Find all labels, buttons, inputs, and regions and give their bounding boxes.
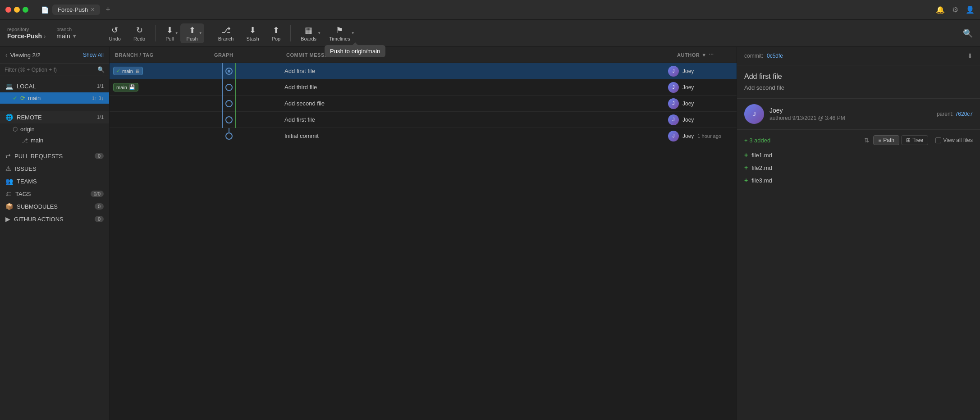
list-item[interactable]: + file1.md <box>737 149 980 161</box>
user-avatar-icon[interactable]: 👤 <box>966 5 975 14</box>
table-row[interactable]: Add second file J Joey <box>110 96 737 112</box>
download-icon[interactable]: ⬇ <box>967 52 973 59</box>
main-branch-sync-icon: ⟳ <box>20 95 25 101</box>
notifications-icon[interactable]: 🔔 <box>936 5 945 14</box>
undo-button[interactable]: ↺ Undo <box>103 23 127 43</box>
commit-message-3: Add second file <box>281 100 664 107</box>
author-big-name: Joey <box>769 107 931 114</box>
commit-message-1: Add first file <box>281 68 664 74</box>
graph-cell-2 <box>209 79 281 96</box>
issues-section[interactable]: ⚠ ISSUES <box>0 162 109 175</box>
avatar: J <box>668 66 679 77</box>
sidebar-item-main-branch[interactable]: ✓ ⟳ main 1↑ 3↓ <box>0 92 109 104</box>
filter-input[interactable] <box>5 67 95 73</box>
tab-label: Force-Push <box>58 6 88 13</box>
repo-name[interactable]: Force-Push <box>7 32 42 40</box>
author-options-icon[interactable]: ⋯ <box>709 52 714 58</box>
branch-dropdown-icon[interactable]: ▼ <box>72 33 77 39</box>
avatar-img: J <box>668 98 679 109</box>
issues-icon: ⚠ <box>5 165 11 172</box>
issues-label: ISSUES <box>15 165 104 172</box>
path-view-button[interactable]: ≡ Path <box>873 135 899 145</box>
teams-section[interactable]: 👥 TEAMS <box>0 175 109 187</box>
push-button[interactable]: ⬆ Push ▼ <box>180 23 204 43</box>
timelines-button[interactable]: ⚑ Timelines ▼ <box>323 23 357 43</box>
boards-icon: ▦ <box>305 25 312 35</box>
minimize-button[interactable] <box>14 7 20 13</box>
commit-subtitle: Add second file <box>737 84 980 98</box>
teams-icon: 👥 <box>5 178 13 185</box>
avatar-img: J <box>668 131 679 142</box>
sort-icon[interactable]: ⇅ <box>864 137 870 144</box>
redo-button[interactable]: ↻ Redo <box>127 23 151 43</box>
pop-button[interactable]: ⬆ Pop <box>266 23 287 43</box>
stash-icon: ⬇ <box>249 25 256 35</box>
author-name-4: Joey <box>682 117 694 123</box>
push-icon: ⬆ <box>189 25 196 35</box>
avatar: J <box>668 82 679 93</box>
repo-label: repository <box>7 27 46 32</box>
back-icon[interactable]: ‹ <box>5 51 8 59</box>
view-toggle: ≡ Path ⊞ Tree <box>873 135 928 145</box>
view-all-checkbox[interactable] <box>935 137 941 143</box>
svg-point-9 <box>226 100 232 107</box>
author-name-2: Joey <box>682 84 694 91</box>
search-icon[interactable]: 🔍 <box>963 28 973 38</box>
teams-label: TEAMS <box>17 178 104 185</box>
remote-branch-icon: ⎇ <box>22 137 28 144</box>
pop-icon: ⬆ <box>273 25 279 35</box>
author-filter-icon[interactable]: ▼ <box>701 52 706 58</box>
remote-icon: 🌐 <box>5 114 13 121</box>
list-item[interactable]: + file2.md <box>737 161 980 174</box>
graph-cell-1 <box>209 63 281 79</box>
active-tab[interactable]: Force-Push ✕ <box>52 5 100 15</box>
table-row[interactable]: ✓ main 🖥 Add first file <box>110 63 737 79</box>
stash-button[interactable]: ⬇ Stash <box>240 23 265 43</box>
tab-close-button[interactable]: ✕ <box>91 7 95 13</box>
add-tab-button[interactable]: + <box>105 5 110 14</box>
commit-list-header: BRANCH / TAG GRAPH COMMIT MESSAGE AUTHOR… <box>110 47 737 63</box>
view-all-files-toggle[interactable]: View all files <box>935 137 973 143</box>
author-name-1: Joey <box>682 68 694 74</box>
tags-section[interactable]: 🏷 TAGS 0/0 <box>0 187 109 200</box>
branch-info: branch main ▼ <box>56 27 77 40</box>
github-actions-section[interactable]: ▶ GITHUB ACTIONS 0 <box>0 213 109 225</box>
commit-hash-label: commit: <box>744 53 763 59</box>
table-row[interactable]: main 💾 Add third file J Joe <box>110 79 737 96</box>
commit-message-2: Add third file <box>281 84 664 91</box>
push-label: Push <box>187 36 198 41</box>
author-avatar: J <box>744 104 764 124</box>
branch-icon: ⎇ <box>221 25 231 35</box>
traffic-lights <box>5 7 28 13</box>
svg-point-14 <box>226 133 232 139</box>
show-all-button[interactable]: Show All <box>83 52 104 58</box>
boards-button[interactable]: ▦ Boards ▼ <box>294 23 323 43</box>
close-button[interactable] <box>5 7 11 13</box>
avatar-img: J <box>668 66 679 77</box>
settings-icon[interactable]: ⚙ <box>952 5 958 14</box>
maximize-button[interactable] <box>23 7 28 13</box>
author-cell-2: J Joey <box>664 82 737 93</box>
local-section-header[interactable]: 💻 LOCAL 1/1 <box>0 80 109 92</box>
remote-main-branch[interactable]: ⎇ main <box>0 135 109 146</box>
remote-section-header[interactable]: 🌐 REMOTE 1/1 <box>0 111 109 123</box>
tab-file-icon: 📄 <box>41 6 49 14</box>
list-item[interactable]: + file3.md <box>737 174 980 187</box>
pull-label: Pull <box>165 36 174 41</box>
pull-button[interactable]: ⬇ Pull ▼ <box>159 23 180 43</box>
branch-button[interactable]: ⎇ Branch <box>212 23 240 43</box>
remote-count-badge: 1/1 <box>97 114 104 120</box>
filter-search-icon: 🔍 <box>97 66 105 73</box>
table-row[interactable]: Add first file J Joey <box>110 112 737 128</box>
pull-requests-section[interactable]: ⇄ PULL REQUESTS 0 <box>0 150 109 162</box>
parent-label: parent: <box>937 111 953 117</box>
submodules-section[interactable]: 📦 SUBMODULES 0 <box>0 200 109 213</box>
tree-view-button[interactable]: ⊞ Tree <box>901 135 928 145</box>
redo-label: Redo <box>133 36 145 41</box>
graph-cell-5 <box>209 128 281 144</box>
tree-icon: ⊞ <box>906 137 911 143</box>
col-author: AUTHOR ▼ ⋯ <box>677 52 731 58</box>
branch-label2: Branch <box>218 36 234 41</box>
commit-header: commit: 0c5dfe ⬇ <box>737 47 980 65</box>
table-row[interactable]: Initial commit J Joey 1 hour ago <box>110 128 737 144</box>
